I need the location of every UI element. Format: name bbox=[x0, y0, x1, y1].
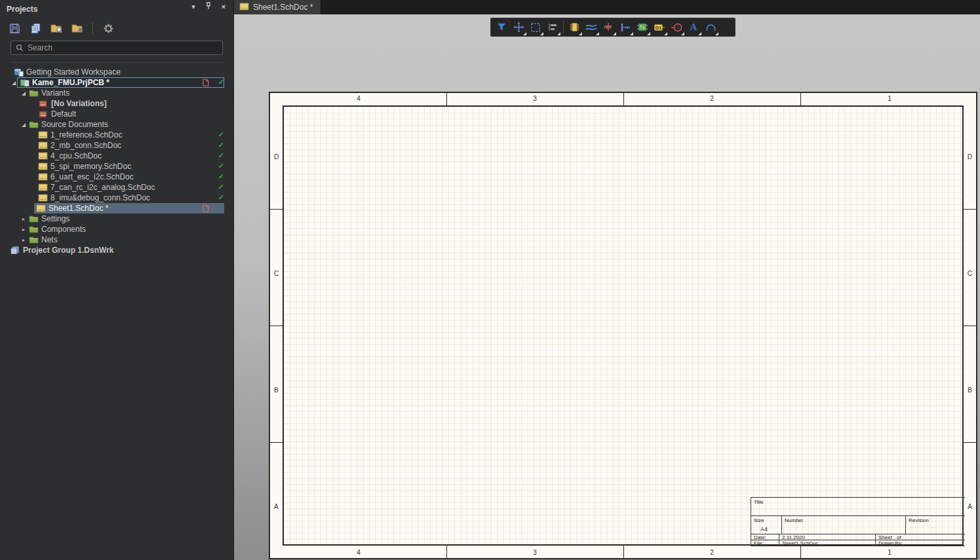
collapse-arrow-icon[interactable]: ▸ bbox=[20, 237, 27, 243]
place-directive-icon[interactable]: i bbox=[668, 18, 685, 36]
folder-search-icon[interactable] bbox=[49, 20, 64, 36]
place-sheet-symbol-icon[interactable] bbox=[634, 18, 651, 36]
save-icon[interactable] bbox=[7, 20, 22, 36]
expand-arrow-icon[interactable]: ◢ bbox=[10, 80, 17, 86]
drawn-by-label: Drawn By: bbox=[878, 540, 903, 546]
place-wire-icon[interactable] bbox=[583, 18, 600, 36]
tree-item-schdoc[interactable]: 1_reference.SchDoc ✓ bbox=[0, 130, 234, 140]
selection-rect-icon[interactable] bbox=[527, 18, 544, 36]
compile-ok-icon: ✓ bbox=[218, 141, 224, 149]
place-designator-icon[interactable]: D1 bbox=[651, 18, 668, 36]
tree-item-schdoc[interactable]: 6_uart_esc_i2c.SchDoc ✓ bbox=[0, 172, 234, 182]
sheet-row-label: B bbox=[968, 386, 972, 394]
projects-panel: Projects ▾ × bbox=[0, 0, 234, 560]
workspace-icon bbox=[14, 68, 24, 77]
compile-ok-icon: ✓ bbox=[218, 78, 224, 86]
sheet-border-divider bbox=[446, 93, 447, 105]
place-arc-icon[interactable] bbox=[702, 18, 719, 36]
variant-icon bbox=[39, 100, 49, 108]
tree-item-variants-folder[interactable]: ◢ Variants bbox=[0, 88, 234, 98]
title-label: Title bbox=[754, 499, 764, 505]
search-input[interactable]: Search bbox=[10, 41, 223, 55]
tab-label: Sheet1.SchDoc * bbox=[253, 3, 313, 12]
collapse-arrow-icon[interactable]: ▸ bbox=[20, 227, 27, 233]
sheet-column-label: 3 bbox=[528, 549, 541, 556]
tree-item-schdoc-active[interactable]: Sheet1.SchDoc * bbox=[0, 203, 234, 214]
divider bbox=[10, 62, 224, 63]
panel-close-icon[interactable]: × bbox=[219, 3, 228, 10]
sheet-border-divider bbox=[270, 209, 283, 210]
compile-ok-icon: ✓ bbox=[218, 130, 224, 139]
sheet-border-divider bbox=[964, 209, 976, 210]
sheet-row-label: D bbox=[968, 153, 972, 161]
active-bar-toolbar: D1 i A bbox=[490, 18, 735, 37]
tree-item-project-group[interactable]: Project Group 1.DsnWrk bbox=[0, 245, 234, 255]
compile-ok-icon: ✓ bbox=[218, 151, 224, 160]
tree-item-project[interactable]: ◢ Kame_FMU.PrjPCB * ✓ bbox=[0, 77, 234, 88]
projects-panel-header: Projects ▾ × bbox=[0, 0, 233, 16]
tree-item-schdoc[interactable]: 4_cpu.SchDoc ✓ bbox=[0, 151, 234, 161]
collapse-arrow-icon[interactable]: ▸ bbox=[20, 216, 27, 222]
tree-item-schdoc[interactable]: 8_imu&debug_conn.SchDoc ✓ bbox=[0, 193, 234, 203]
sheet-border-divider bbox=[800, 546, 801, 558]
title-block-title-row: Title bbox=[751, 498, 965, 516]
toolbar-separator bbox=[563, 21, 564, 34]
compile-ok-icon: ✓ bbox=[218, 193, 224, 202]
panel-pin-icon[interactable] bbox=[204, 2, 213, 11]
sheet-column-label: 4 bbox=[352, 95, 365, 102]
schematic-doc-icon bbox=[38, 183, 48, 192]
schematic-doc-icon bbox=[38, 194, 48, 202]
align-icon[interactable] bbox=[544, 18, 561, 36]
sheet-column-label: 2 bbox=[705, 95, 718, 102]
sheet-column-label: 3 bbox=[528, 95, 541, 102]
schematic-sheet[interactable]: 4 3 2 1 4 3 2 1 D C B A D C B A Title bbox=[269, 92, 977, 559]
compile-ok-icon: ✓ bbox=[218, 172, 224, 181]
compile-ok-icon: ✓ bbox=[218, 183, 224, 191]
copy-documents-icon[interactable] bbox=[28, 20, 43, 36]
tree-item-settings-folder[interactable]: ▸ Settings bbox=[0, 214, 234, 224]
tree-item-schdoc[interactable]: 5_spi_memory.SchDoc ✓ bbox=[0, 161, 234, 172]
place-gnd-power-port-icon[interactable] bbox=[600, 18, 617, 36]
tab-sheet1-schdoc[interactable]: Sheet1.SchDoc * bbox=[234, 0, 321, 14]
sheet-row-label: A bbox=[274, 503, 279, 511]
tree-item-workspace[interactable]: Getting Started Workspace bbox=[0, 67, 234, 77]
document-tab-bar: Sheet1.SchDoc * bbox=[234, 0, 980, 14]
projects-toolbar bbox=[7, 20, 116, 37]
schematic-canvas[interactable]: D1 i A bbox=[234, 14, 980, 560]
folder-icon bbox=[29, 121, 39, 129]
date-value: 2.11.2020 bbox=[782, 534, 805, 540]
tree-item-schdoc[interactable]: 2_mb_conn.SchDoc ✓ bbox=[0, 140, 234, 151]
sheet-row-label: C bbox=[274, 270, 279, 278]
panel-dropdown-icon[interactable]: ▾ bbox=[189, 3, 198, 11]
folder-icon bbox=[29, 89, 39, 98]
settings-gear-icon[interactable] bbox=[100, 20, 116, 36]
tree-item-no-variations[interactable]: [No Variations] bbox=[0, 98, 234, 109]
tree-item-schdoc[interactable]: 7_can_rc_i2c_analog.SchDoc ✓ bbox=[0, 182, 234, 193]
filter-icon[interactable] bbox=[493, 18, 510, 36]
altium-designer-window: Projects ▾ × bbox=[0, 0, 980, 560]
schematic-doc-icon bbox=[38, 152, 48, 160]
tree-item-components-folder[interactable]: ▸ Components bbox=[0, 224, 234, 234]
sheet-column-label: 4 bbox=[352, 549, 365, 556]
expand-arrow-icon[interactable]: ◢ bbox=[20, 90, 27, 96]
sheet-column-label: 2 bbox=[705, 549, 718, 556]
sheet-border-divider bbox=[800, 93, 801, 105]
tree-item-nets-folder[interactable]: ▸ Nets bbox=[0, 234, 234, 245]
place-text-icon[interactable]: A bbox=[685, 18, 702, 36]
modified-document-icon bbox=[203, 79, 209, 88]
title-block-file-row: File: Sheet1.SchDoc Drawn By: bbox=[751, 540, 965, 546]
panel-title: Projects bbox=[7, 5, 37, 14]
svg-text:D1: D1 bbox=[655, 25, 661, 31]
size-value: A4 bbox=[760, 526, 768, 532]
tree-item-source-documents-folder[interactable]: ◢ Source Documents bbox=[0, 119, 234, 130]
folder-settings-icon[interactable] bbox=[69, 20, 85, 36]
place-part-icon[interactable] bbox=[566, 18, 583, 36]
place-power-port-icon[interactable] bbox=[617, 18, 634, 36]
tree-item-variant-default[interactable]: Default bbox=[0, 109, 234, 119]
sheet-drawing-area[interactable] bbox=[283, 105, 964, 546]
schematic-doc-icon bbox=[38, 131, 48, 140]
move-cursor-icon[interactable] bbox=[510, 18, 527, 36]
expand-arrow-icon[interactable]: ◢ bbox=[20, 122, 27, 128]
sheet-column-label: 1 bbox=[883, 549, 896, 556]
sheet-row-label: C bbox=[968, 270, 972, 278]
